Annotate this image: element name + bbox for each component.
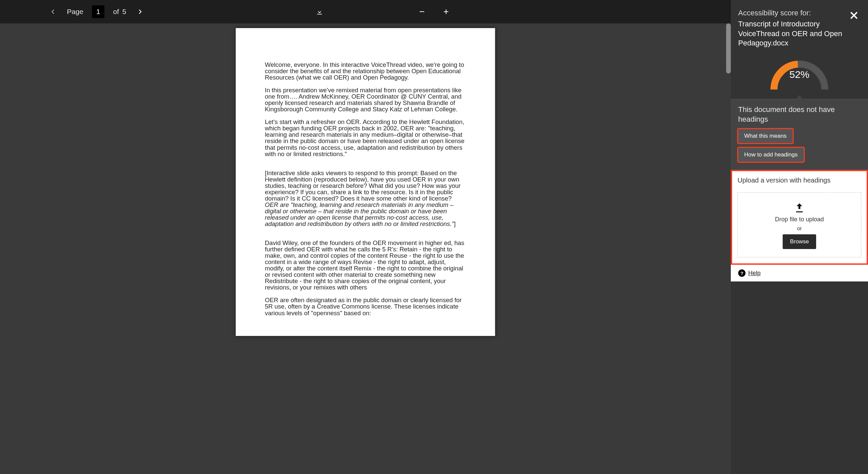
page-label: Page (67, 8, 83, 16)
panel-header: Accessibility score for: Transcript of I… (731, 0, 868, 50)
prev-page-button[interactable] (48, 7, 58, 17)
total-pages-text: 5 (122, 8, 126, 15)
help-link[interactable]: Help (748, 270, 761, 277)
download-group (314, 6, 325, 18)
next-page-button[interactable] (135, 7, 145, 17)
issue-section: This document does not have headings Wha… (731, 99, 868, 170)
what-this-means-button[interactable]: What this means (738, 129, 793, 143)
help-area: ? Help (731, 265, 868, 281)
document-page: Welcome, everyone. In this interactive V… (236, 28, 495, 336)
upload-section: Upload a version with headings Drop file… (731, 170, 868, 265)
upload-icon (794, 202, 805, 213)
doc-paragraph: David Wiley, one of the founders of the … (265, 240, 466, 291)
doc-paragraph: Welcome, everyone. In this interactive V… (265, 62, 466, 80)
upload-title: Upload a version with headings (738, 176, 861, 184)
file-dropzone[interactable]: Drop file to upload or Browse (738, 192, 861, 258)
page-nav-group: Page of 5 (48, 5, 145, 18)
accessibility-panel: Accessibility score for: Transcript of I… (731, 0, 868, 474)
page-number-input[interactable] (92, 5, 104, 18)
help-icon: ? (738, 269, 746, 277)
download-icon (316, 8, 323, 15)
how-to-add-headings-button[interactable]: How to add headings (738, 148, 804, 162)
score-for-label: Accessibility score for: (738, 9, 844, 18)
help-row: ? Help (731, 265, 868, 281)
chevron-right-icon (137, 9, 143, 15)
zoom-group: − + (417, 5, 451, 19)
page-of-label: of 5 (113, 8, 126, 16)
doc-paragraph: [Interactive slide asks viewers to respo… (265, 170, 466, 227)
download-button[interactable] (314, 6, 325, 18)
zoom-in-button[interactable]: + (441, 5, 451, 19)
score-gauge: 52% (731, 50, 868, 95)
browse-button[interactable]: Browse (783, 234, 816, 249)
zoom-out-button[interactable]: − (417, 5, 427, 19)
doc-paragraph: Let's start with a refresher on OER. Acc… (265, 118, 466, 157)
issue-heading-text: This document does not have headings (738, 105, 861, 124)
minus-icon: − (419, 7, 425, 16)
panel-title-block: Accessibility score for: Transcript of I… (738, 9, 844, 48)
doc-text: ] (454, 220, 456, 227)
or-text: or (797, 226, 802, 232)
document-viewport: Welcome, everyone. In this interactive V… (0, 24, 731, 474)
close-icon (849, 11, 859, 20)
document-filename: Transcript of Introductory VoiceThread o… (738, 20, 844, 48)
doc-text-italic: OER are "teaching, learning and research… (265, 201, 454, 227)
chevron-left-icon (50, 9, 56, 15)
close-panel-button[interactable] (847, 9, 861, 22)
of-text: of (113, 8, 119, 15)
doc-paragraph: OER are often designated as in the publi… (265, 297, 466, 316)
plus-icon: + (443, 7, 449, 16)
scroll-thumb[interactable] (726, 24, 731, 73)
scrollbar[interactable] (726, 24, 731, 474)
score-percent: 52% (731, 69, 868, 80)
doc-text: [Interactive slide asks viewers to respo… (265, 169, 461, 202)
doc-paragraph: In this presentation we've remixed mater… (265, 87, 466, 112)
drop-file-text: Drop file to upload (775, 216, 824, 223)
